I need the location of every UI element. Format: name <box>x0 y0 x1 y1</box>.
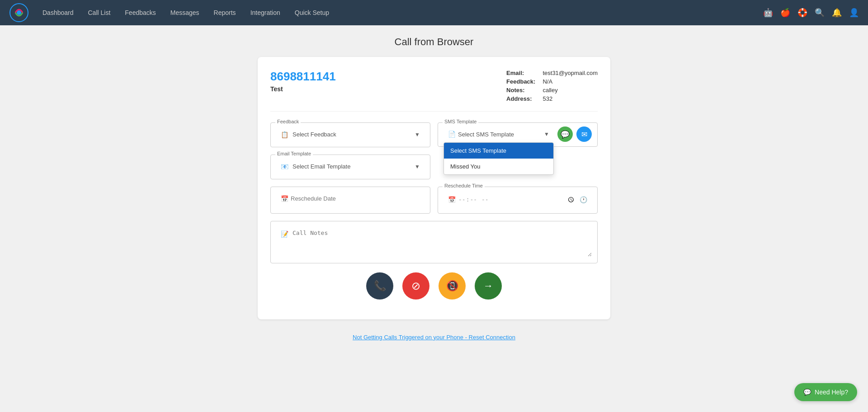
forward-button[interactable]: → <box>475 272 502 300</box>
feedback-group: Feedback 📋 Select Feedback ▼ <box>270 122 430 147</box>
main-card: 8698811141 Test Email: test31@yopmail.co… <box>258 57 610 319</box>
nav-feedbacks[interactable]: Feedbacks <box>118 5 162 20</box>
decline-button[interactable]: ⊘ <box>402 272 429 300</box>
calendar-icon: 📅 <box>281 195 288 202</box>
sms-send-button[interactable]: ✉ <box>576 126 592 142</box>
nav-messages[interactable]: Messages <box>164 5 206 20</box>
search-icon[interactable]: 🔍 <box>815 8 825 18</box>
email-label: Email: <box>506 70 535 76</box>
hold-button[interactable]: 📵 <box>439 272 466 300</box>
call-notes-group: 📝 <box>270 221 598 263</box>
reset-connection-link[interactable]: Not Getting Calls Triggered on your Phon… <box>172 328 696 346</box>
reschedule-date-group: 📅 <box>270 187 430 214</box>
sms-select-wrapper: 📄 Select SMS Template Missed You ▼ <box>443 127 554 141</box>
call-notes-input[interactable] <box>276 225 592 257</box>
message-icon: ✉ <box>581 130 587 139</box>
address-label: Address: <box>506 95 535 102</box>
sms-template-group: SMS Template 📄 Select SMS Template Misse… <box>438 122 598 147</box>
email-template-select[interactable]: Select Email Template <box>276 159 425 174</box>
sms-template-fieldset: SMS Template 📄 Select SMS Template Misse… <box>438 122 598 147</box>
support-icon[interactable]: 🛟 <box>797 8 807 18</box>
header-icons: 🤖 🍎 🛟 🔍 🔔 👤 <box>763 8 859 18</box>
phone-number: 8698811141 <box>270 70 336 84</box>
feedback-label: Feedback: <box>506 78 535 85</box>
need-help-button[interactable]: 💬 Need Help? <box>794 383 857 401</box>
action-buttons: 📞 ⊘ 📵 → <box>270 263 598 307</box>
call-button[interactable]: 📞 <box>366 272 393 300</box>
need-help-label: Need Help? <box>815 389 848 396</box>
feedback-field-label: Feedback <box>275 119 301 124</box>
reschedule-date-input[interactable] <box>276 191 425 206</box>
svg-point-1 <box>17 10 21 15</box>
nav-integration[interactable]: Integration <box>244 5 287 20</box>
contact-left: 8698811141 Test <box>270 70 336 102</box>
contact-details: Email: test31@yopmail.com Feedback: N/A … <box>506 70 598 102</box>
call-icon: 📞 <box>374 280 386 292</box>
whatsapp-help-icon: 💬 <box>803 389 811 396</box>
clock-small-icon: 📅 <box>448 196 456 203</box>
reschedule-time-group: Reschedule Time 📅 🕐 <box>438 187 598 214</box>
forward-icon: → <box>483 280 493 292</box>
form-grid: Feedback 📋 Select Feedback ▼ SMS Templat… <box>270 122 598 263</box>
android-icon[interactable]: 🤖 <box>763 8 773 18</box>
reschedule-time-legend: Reschedule Time <box>443 183 485 188</box>
contact-section: 8698811141 Test Email: test31@yopmail.co… <box>270 70 598 112</box>
sms-dropdown-item-missed-you[interactable]: Missed You <box>444 159 553 174</box>
hold-icon: 📵 <box>446 280 458 292</box>
page-title: Call from Browser <box>172 36 696 48</box>
bell-icon[interactable]: 🔔 <box>832 8 842 18</box>
sms-dropdown-list: Select SMS Template Missed You <box>443 142 554 175</box>
user-icon[interactable]: 👤 <box>849 8 859 18</box>
feedback-select-wrapper: 📋 Select Feedback ▼ <box>276 126 425 142</box>
sms-template-label: SMS Template <box>443 119 478 124</box>
email-template-group: Email Template 📧 Select Email Template ▼ <box>270 154 430 179</box>
logo <box>9 3 29 23</box>
reschedule-time-input[interactable] <box>443 191 592 209</box>
nav-call-list[interactable]: Call List <box>82 5 117 20</box>
whatsapp-button[interactable]: 💬 <box>557 126 573 142</box>
nav-quick-setup[interactable]: Quick Setup <box>288 5 335 20</box>
reschedule-time-wrapper: 📅 🕐 <box>443 191 592 209</box>
address-value: 532 <box>542 95 598 102</box>
reschedule-date-wrapper: 📅 <box>276 191 425 206</box>
sms-dropdown-item-default[interactable]: Select SMS Template <box>444 143 553 159</box>
notes-icon: 📝 <box>281 230 288 238</box>
email-template-label: Email Template <box>275 151 313 156</box>
feedback-value: N/A <box>542 78 598 85</box>
email-select-wrapper: 📧 Select Email Template ▼ <box>276 159 425 174</box>
time-icon: 🕐 <box>580 196 587 203</box>
sms-dropdown-container: 📄 Select SMS Template Missed You ▼ Selec… <box>443 127 554 141</box>
apple-icon[interactable]: 🍎 <box>780 8 790 18</box>
email-value: test31@yopmail.com <box>542 70 598 76</box>
sms-template-select[interactable]: Select SMS Template Missed You <box>443 127 554 141</box>
notes-label: Notes: <box>506 87 535 94</box>
notes-value: calley <box>542 87 598 94</box>
nav-dashboard[interactable]: Dashboard <box>36 5 80 20</box>
main-nav: Dashboard Call List Feedbacks Messages R… <box>36 5 763 20</box>
nav-reports[interactable]: Reports <box>208 5 242 20</box>
whatsapp-icon: 💬 <box>561 130 570 139</box>
decline-icon: ⊘ <box>411 280 420 292</box>
navbar: Dashboard Call List Feedbacks Messages R… <box>0 0 868 25</box>
feedback-select[interactable]: Select Feedback <box>276 126 425 142</box>
call-notes-wrapper: 📝 <box>276 225 592 258</box>
page-content: Call from Browser 8698811141 Test Email:… <box>163 25 705 357</box>
contact-name: Test <box>270 85 336 93</box>
